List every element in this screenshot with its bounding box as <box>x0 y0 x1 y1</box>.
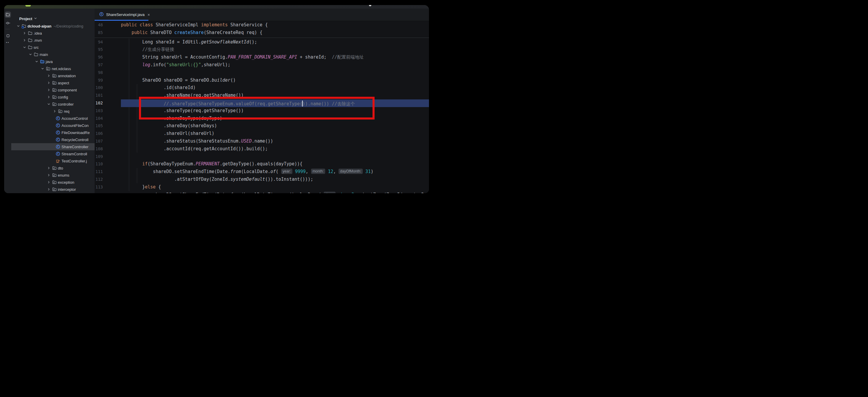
tree-row-main[interactable]: main <box>11 51 95 58</box>
code-line-98[interactable]: 98 <box>95 69 429 77</box>
tree-row--mvn[interactable]: .mvn <box>11 37 95 44</box>
code-line-95[interactable]: 95//生成分享链接 <box>95 46 429 54</box>
code-line-99[interactable]: 99ShareDO shareDO = ShareDO.builder() <box>95 77 429 84</box>
chevron-right-icon[interactable] <box>23 38 28 42</box>
tree-row-exception[interactable]: exception <box>11 179 95 186</box>
code-text: shareDO.setShareEndTime(Date.from(LocalD… <box>121 191 429 193</box>
tree-row-config[interactable]: config <box>11 93 95 101</box>
code-line-111[interactable]: 111shareDO.setShareEndTime(Date.from(Loc… <box>95 168 429 176</box>
token <box>363 169 365 174</box>
tree-row-testcontroller-j[interactable]: TestController.j <box>11 158 95 165</box>
tree-row-aspect[interactable]: aspect <box>11 79 95 86</box>
tree-row-req[interactable]: req <box>11 108 95 115</box>
code-line-100[interactable]: 100.id(shareId) <box>95 84 429 92</box>
token: //配置前端地址 <box>332 54 364 60</box>
chevron-right-icon[interactable] <box>47 95 52 99</box>
token: ().plusDays( <box>289 192 324 193</box>
code-line-48[interactable]: 48public class ShareServiceImpl implemen… <box>95 21 429 29</box>
tree-row-component[interactable]: component <box>11 86 95 93</box>
tree-row-filedownloadre[interactable]: CFileDownloadRe <box>11 129 95 136</box>
chevron-right-icon[interactable] <box>47 173 52 177</box>
chevron-down-icon[interactable] <box>41 67 46 70</box>
project-tool-icon[interactable] <box>5 11 11 18</box>
titlebar-green-accent <box>25 5 31 6</box>
project-tree: dcloud-aipan~/Desktop/coding.idea.mvnsrc… <box>11 23 95 193</box>
activity-bar: •• <box>4 8 11 193</box>
tab-shareserviceimpl[interactable]: C ShareServiceImpl.java × <box>95 8 148 21</box>
chevron-down-icon[interactable] <box>23 46 28 49</box>
code-line-85[interactable]: 85public ShareDTO createShare(ShareCreat… <box>95 29 429 37</box>
line-number: 98 <box>95 69 121 77</box>
code-line-94[interactable]: 94Long shareId = IdUtil.getSnowflakeNext… <box>95 38 429 46</box>
close-icon[interactable]: × <box>148 13 150 17</box>
class-icon: C <box>56 144 60 149</box>
token: (LocalDate. <box>241 169 270 174</box>
project-panel-header[interactable]: Project <box>19 17 37 21</box>
line-number: 48 <box>95 21 121 29</box>
chevron-right-icon[interactable] <box>47 74 52 78</box>
line-number: 109 <box>95 153 121 161</box>
tree-row-streamcontroll[interactable]: CStreamControll <box>11 150 95 158</box>
package-icon <box>52 180 57 185</box>
line-number: 102 <box>95 100 121 107</box>
tree-row-src[interactable]: src <box>11 44 95 51</box>
line-number: 110 <box>95 160 121 168</box>
code-line-107[interactable]: 107.shareStatus(ShareStatusEnum.USED.nam… <box>95 138 429 145</box>
project-panel-title: Project <box>19 17 32 21</box>
code-line-106[interactable]: 106.shareUrl(shareUrl) <box>95 130 429 138</box>
package-icon <box>52 187 57 192</box>
chevron-down-icon[interactable] <box>47 102 52 106</box>
chevron-right-icon[interactable] <box>47 188 52 191</box>
tree-row-dto[interactable]: dto <box>11 165 95 172</box>
tree-row-annotation[interactable]: annotation <box>11 72 95 79</box>
line-number: 99 <box>95 77 121 84</box>
chevron-down-icon[interactable] <box>34 17 37 21</box>
chevron-right-icon[interactable] <box>47 180 52 184</box>
structure-tool-icon[interactable] <box>5 32 11 39</box>
code-line-113[interactable]: 113}else { <box>95 183 429 191</box>
tree-row-interceptor[interactable]: interceptor <box>11 186 95 193</box>
tree-row-dcloud-aipan[interactable]: dcloud-aipan~/Desktop/coding <box>11 23 95 30</box>
code-line-97[interactable]: 97log.info("shareUrl:{}",shareUrl); <box>95 61 429 69</box>
code-line-109[interactable]: 109 <box>95 153 429 161</box>
inlay-hint: year: <box>281 169 292 174</box>
tree-row-net-xdclass[interactable]: net.xdclass <box>11 65 95 72</box>
code-line-105[interactable]: 105.shareDay(shareDays) <box>95 122 429 130</box>
chevron-right-icon[interactable] <box>47 166 52 170</box>
package-icon <box>52 81 57 85</box>
tree-row-accountcontrol[interactable]: CAccountControl <box>11 115 95 122</box>
code-line-114[interactable]: 114shareDO.setShareEndTime(Date.from(Loc… <box>95 191 429 193</box>
tree-row-controller[interactable]: controller <box>11 101 95 108</box>
tree-row--idea[interactable]: .idea <box>11 30 95 37</box>
more-tools-icon[interactable]: •• <box>4 40 11 44</box>
tree-row-sharecontroller[interactable]: CShareController <box>11 143 95 150</box>
token: public class <box>121 22 153 28</box>
code-text: if(ShareDayTypeEnum.PERMANENT.getDayType… <box>121 160 429 168</box>
token: ShareDTO <box>148 30 174 35</box>
active-tab-underline <box>95 20 148 21</box>
chevron-down-icon[interactable] <box>17 24 22 28</box>
token: .atStartOfDay(ZoneId. <box>175 177 230 182</box>
tree-row-recyclecontroll[interactable]: CRecycleControll <box>11 136 95 143</box>
tree-row-enums[interactable]: enums <box>11 172 95 179</box>
package-icon <box>52 173 57 177</box>
chevron-down-icon[interactable] <box>35 60 40 63</box>
code-text: shareDO.setShareEndTime(Date.from(LocalD… <box>121 168 429 176</box>
chevron-right-icon[interactable] <box>47 81 52 85</box>
tree-row-java[interactable]: java <box>11 58 95 65</box>
code-line-96[interactable]: 96String shareUrl = AccountConfig.PAN_FR… <box>95 54 429 61</box>
chevron-down-icon[interactable] <box>29 53 34 56</box>
commit-tool-icon[interactable] <box>5 20 11 26</box>
code-text: ShareDO shareDO = ShareDO.builder() <box>121 77 429 84</box>
tree-row-label: aspect <box>58 81 69 85</box>
code-line-108[interactable]: 108.accountId(req.getAccountId()).build(… <box>95 145 429 153</box>
chevron-right-icon[interactable] <box>53 110 58 113</box>
chevron-right-icon[interactable] <box>47 88 52 92</box>
activity-bar-divider <box>5 29 10 29</box>
chevron-right-icon[interactable] <box>23 31 28 35</box>
code-line-110[interactable]: 110if(ShareDayTypeEnum.PERMANENT.getDayT… <box>95 160 429 168</box>
token: , <box>306 169 311 174</box>
svg-text:C: C <box>57 138 59 141</box>
code-line-112[interactable]: 112.atStartOfDay(ZoneId.systemDefault())… <box>95 176 429 183</box>
tree-row-accountfilecon[interactable]: CAccountFileCon <box>11 122 95 129</box>
